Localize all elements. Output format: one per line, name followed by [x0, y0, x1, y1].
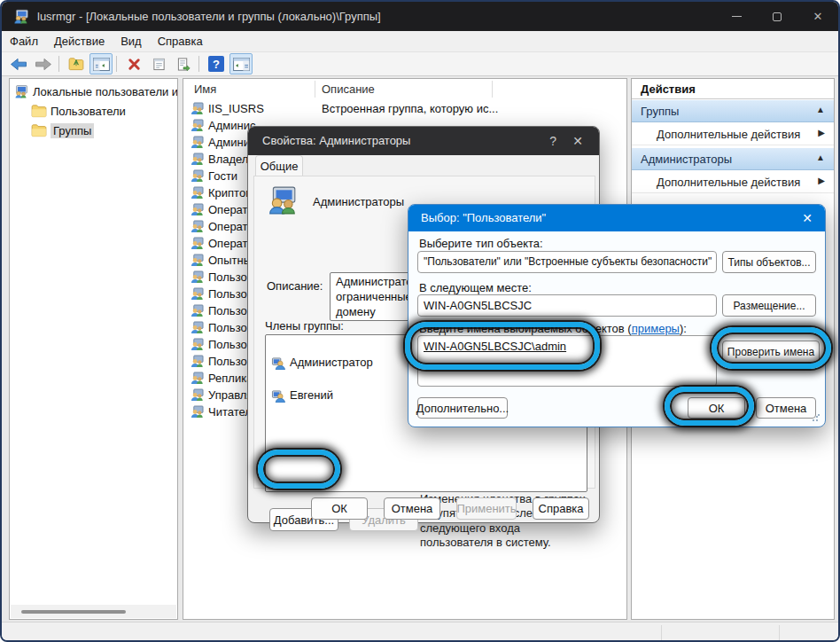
folder-icon [31, 123, 47, 137]
select-dialog-title: Выбор: "Пользователи" [421, 211, 546, 224]
properties-dialog-title: Свойства: Администраторы [262, 134, 410, 147]
collapse-icon[interactable]: ▲ [816, 105, 825, 114]
menu-help[interactable]: Справка [150, 32, 211, 51]
ok-button[interactable]: ОК [311, 497, 368, 520]
actions-more-label: Дополнительные действия [657, 128, 800, 141]
show-console-tree-button[interactable] [89, 53, 113, 74]
column-divider[interactable] [315, 81, 315, 98]
tree-root-local-users-groups[interactable]: Локальные пользователи и гр [13, 82, 177, 100]
group-name-cell: IIS_IUSRS [208, 102, 264, 115]
member-name: Евгений [290, 388, 333, 403]
maximize-button[interactable] [757, 2, 797, 31]
help-dialog-button[interactable]: Справка [533, 497, 589, 520]
resize-grip[interactable] [812, 413, 821, 422]
highlight-oval-name-input [405, 322, 600, 370]
select-users-dialog: Выбор: "Пользователи" ✕ Выберите тип объ… [408, 204, 826, 427]
group-icon [191, 237, 204, 250]
close-button[interactable]: ✕ [797, 2, 838, 31]
dialog-help-icon[interactable]: ? [549, 134, 556, 148]
help-button[interactable]: ? [205, 53, 228, 74]
select-cancel-button[interactable]: Отмена [756, 397, 816, 419]
dialog-close-icon[interactable]: ✕ [572, 134, 583, 148]
group-name-cell: Гости [208, 169, 237, 183]
menu-file[interactable]: Файл [2, 32, 46, 51]
tree-item-users[interactable]: Пользователи [31, 102, 177, 120]
help-icon: ? [208, 56, 224, 72]
tree-item-groups[interactable]: Группы [31, 121, 177, 139]
show-action-pane-button[interactable] [229, 53, 253, 74]
tab-general[interactable]: Общие [255, 155, 303, 176]
actions-group-groups[interactable]: Группы ▲ [632, 100, 834, 122]
minimize-icon [732, 16, 742, 17]
properties-dialog-titlebar: Свойства: Администраторы ? ✕ [248, 127, 599, 155]
delete-x-icon [128, 58, 141, 71]
enter-names-suffix: ): [680, 322, 687, 335]
member-name: Администратор [290, 356, 373, 371]
highlight-oval-add [258, 450, 340, 489]
tree-horizontal-scrollbar[interactable] [11, 605, 176, 618]
statusbar-divider [661, 625, 662, 640]
column-header-name[interactable]: Имя [194, 82, 216, 96]
up-one-level-button[interactable] [65, 53, 88, 74]
group-icon [191, 203, 204, 216]
group-icon [191, 254, 204, 267]
expand-icon: ▶ [818, 128, 825, 137]
group-icon [191, 388, 204, 402]
collapse-icon[interactable]: ▲ [816, 153, 825, 162]
actions-group-administrators[interactable]: Администраторы ▲ [632, 148, 834, 170]
list-header: Имя Описание [183, 79, 626, 99]
location-label: В следующем месте: [419, 281, 532, 294]
statusbar-divider [779, 625, 780, 640]
export-list-icon [176, 58, 191, 71]
table-row[interactable]: IIS_IUSRSВстроенная группа, которую ис..… [183, 100, 626, 117]
tree-item-groups-label: Группы [51, 123, 94, 138]
actions-more-groups[interactable]: Дополнительные действия ▶ [632, 123, 834, 145]
menu-action[interactable]: Действие [46, 32, 113, 51]
location-button[interactable]: Размещение... [722, 294, 816, 317]
minimize-button[interactable] [716, 2, 757, 31]
advanced-button[interactable]: Дополнительно... [417, 397, 508, 419]
description-label: Описание: [267, 279, 323, 293]
console-tree-icon [93, 58, 110, 71]
menu-bar: Файл Действие Вид Справка [2, 31, 838, 52]
group-icon [191, 220, 204, 233]
properties-button[interactable] [147, 53, 170, 74]
delete-button[interactable] [122, 53, 145, 74]
toolbar-separator [198, 56, 199, 72]
forward-button[interactable] [32, 53, 55, 74]
status-bar [2, 622, 838, 642]
actions-more-administrators[interactable]: Дополнительные действия ▶ [632, 171, 834, 193]
select-dialog-titlebar: Выбор: "Пользователи" ✕ [408, 205, 825, 231]
menu-view[interactable]: Вид [113, 32, 150, 51]
user-icon [271, 389, 285, 403]
location-field[interactable]: WIN-A0GN5LBCSJC [417, 294, 717, 317]
export-list-button[interactable] [172, 53, 195, 74]
group-icon [191, 136, 204, 149]
properties-icon [152, 58, 166, 71]
toolbar: ? [2, 52, 838, 76]
object-types-button[interactable]: Типы объектов... [722, 251, 816, 273]
cancel-button[interactable]: Отмена [384, 497, 440, 520]
tree-item-users-label: Пользователи [51, 105, 126, 118]
column-divider[interactable] [492, 81, 493, 98]
group-icon [191, 153, 204, 166]
actions-title: Действия [632, 79, 834, 99]
forward-icon [35, 58, 52, 71]
back-button[interactable] [7, 53, 30, 74]
dialog-close-icon[interactable]: ✕ [802, 211, 813, 225]
object-type-field[interactable]: "Пользователи" или "Встроенные субъекты … [417, 251, 717, 273]
console-tree-pane: Локальные пользователи и гр Пользователи… [9, 78, 178, 620]
app-icon [12, 9, 30, 25]
group-icon [191, 186, 204, 200]
examples-link[interactable]: примеры [632, 322, 680, 335]
scrollbar-thumb[interactable] [21, 610, 126, 614]
toolbar-separator [116, 56, 117, 72]
tree-root-label: Локальные пользователи и гр [33, 85, 177, 98]
actions-more-label: Дополнительные действия [657, 176, 800, 189]
column-header-description[interactable]: Описание [322, 82, 375, 96]
group-name-label: Администраторы [313, 195, 404, 208]
group-desc-cell: Встроенная группа, которую ис... [322, 102, 498, 115]
group-icon [191, 102, 204, 115]
user-icon [271, 356, 285, 370]
apply-button[interactable]: Применить [456, 497, 517, 520]
